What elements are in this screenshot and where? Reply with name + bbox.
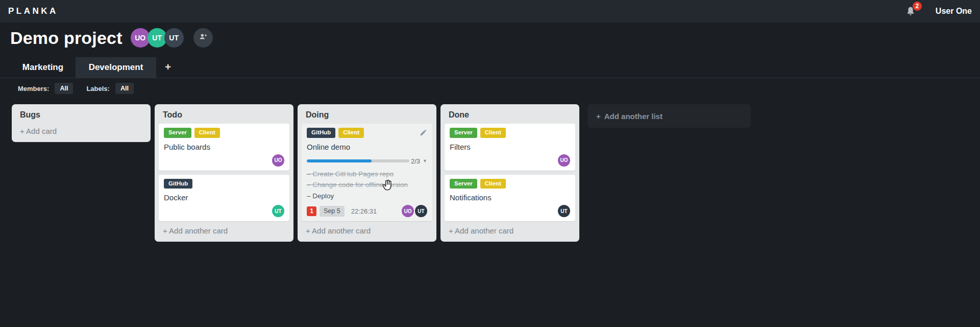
card-labels: ServerClient — [164, 128, 284, 138]
card-label-client: Client — [480, 179, 506, 189]
task-item: – Change code for offline version — [307, 179, 427, 191]
timer-badge: 22:26:31 — [351, 207, 377, 215]
tab-list: MarketingDevelopment — [10, 57, 156, 78]
card-members: UO — [164, 151, 284, 167]
due-date-badge: Sep 5 — [320, 206, 345, 217]
progress-count: 2/3 — [411, 157, 420, 165]
progress-fill — [307, 159, 372, 162]
card[interactable]: ServerClientNotificationsUT — [445, 175, 575, 222]
list-title: Bugs — [12, 104, 151, 123]
project-header: Demo project UOUTUT — [10, 25, 213, 51]
add-board-button[interactable]: + — [156, 57, 180, 78]
list-title: Todo — [155, 104, 293, 123]
card-title: Public boards — [164, 143, 284, 151]
add-list-button[interactable]: +Add another list — [587, 104, 751, 128]
list-done: DoneServerClientFiltersUOServerClientNot… — [440, 104, 579, 242]
board-tabs: MarketingDevelopment + — [0, 57, 980, 78]
card[interactable]: ServerClientFiltersUO — [445, 124, 575, 171]
card[interactable]: ServerClientPublic boardsUO — [159, 124, 289, 171]
list-todo: TodoServerClientPublic boardsUOGitHubDoc… — [155, 104, 293, 242]
task-item: – Create GitHub Pages repo — [307, 169, 427, 180]
members-filter-label: Members: — [18, 85, 49, 92]
card-notification-badge: 1 — [307, 206, 316, 216]
cards-container: ServerClientPublic boardsUOGitHubDockerU… — [155, 123, 293, 221]
members-filter-value[interactable]: All — [55, 83, 73, 94]
card-label-github: GitHub — [164, 179, 192, 189]
card-title: Filters — [450, 143, 570, 151]
add-list-label: Add another list — [604, 112, 663, 121]
card-title: Docker — [164, 193, 284, 202]
card-labels: ServerClient — [450, 128, 570, 138]
list-title: Done — [440, 104, 579, 123]
user-menu[interactable]: User One — [936, 7, 972, 16]
card[interactable]: GitHubClientOnline demo2/3▼– Create GitH… — [302, 124, 432, 221]
card-title: Online demo — [307, 143, 427, 151]
add-member-button[interactable] — [193, 28, 213, 48]
topbar-right: 2 User One — [905, 5, 972, 17]
card-footer: 1Sep 522:26:31UOUT — [307, 205, 427, 217]
cards-container: ServerClientFiltersUOServerClientNotific… — [440, 123, 579, 221]
notifications-button[interactable]: 2 — [905, 5, 917, 17]
card-label-server: Server — [164, 128, 191, 138]
card-label-client: Client — [338, 128, 364, 138]
person-plus-icon — [198, 32, 208, 44]
card-member-avatar: UO — [272, 154, 284, 167]
planka-logo: PLANKA — [8, 6, 58, 16]
labels-filter-value[interactable]: All — [115, 83, 134, 94]
pencil-icon — [420, 129, 427, 138]
card-member-avatar: UO — [402, 205, 414, 217]
card-title: Notifications — [450, 193, 570, 202]
card-members: UOUT — [402, 205, 427, 217]
tab-development[interactable]: Development — [76, 57, 156, 78]
task-list: – Create GitHub Pages repo– Change code … — [307, 169, 427, 202]
card[interactable]: GitHubDockerUT — [159, 175, 289, 222]
card-labels: ServerClient — [450, 179, 570, 189]
chevron-down-icon[interactable]: ▼ — [423, 158, 427, 164]
add-card-button[interactable]: + Add card — [12, 123, 151, 142]
project-member-avatar[interactable]: UO — [131, 28, 150, 48]
card-members: UT — [164, 202, 284, 217]
card-member-avatar: UO — [558, 154, 570, 167]
add-card-button[interactable]: + Add another card — [440, 221, 579, 242]
card-members: UO — [450, 151, 570, 167]
top-bar: PLANKA 2 User One — [0, 0, 980, 22]
list-bugs: Bugs+ Add card — [12, 104, 151, 142]
progress-track — [307, 159, 409, 162]
filter-bar: Members: All Labels: All — [18, 83, 134, 94]
add-card-button[interactable]: + Add another card — [155, 221, 293, 242]
edit-card-button[interactable] — [420, 129, 427, 138]
plus-icon: + — [596, 112, 601, 121]
task-progress: 2/3▼ — [307, 157, 427, 165]
project-members: UOUTUT — [131, 28, 184, 48]
card-label-client: Client — [480, 128, 506, 138]
notification-count-badge: 2 — [913, 2, 922, 11]
card-labels: GitHubClient — [307, 128, 427, 138]
add-card-button[interactable]: + Add another card — [298, 221, 436, 242]
card-label-client: Client — [194, 128, 220, 138]
card-members: UT — [450, 202, 570, 217]
project-member-avatar[interactable]: UT — [148, 28, 167, 48]
card-member-avatar: UT — [558, 205, 570, 217]
card-member-avatar: UT — [415, 205, 427, 217]
board-lists: Bugs+ Add cardTodoServerClientPublic boa… — [12, 104, 751, 242]
list-doing: DoingGitHubClientOnline demo2/3▼– Create… — [298, 104, 436, 242]
task-item: – Deploy — [307, 191, 427, 202]
card-labels: GitHub — [164, 179, 284, 189]
cards-container: GitHubClientOnline demo2/3▼– Create GitH… — [298, 123, 436, 221]
tab-marketing[interactable]: Marketing — [10, 57, 76, 78]
card-label-server: Server — [450, 128, 477, 138]
card-label-server: Server — [450, 179, 477, 189]
page-title: Demo project — [10, 28, 122, 48]
list-title: Doing — [298, 104, 436, 123]
card-label-github: GitHub — [307, 128, 335, 138]
labels-filter-label: Labels: — [86, 85, 110, 92]
project-member-avatar[interactable]: UT — [164, 28, 184, 48]
card-member-avatar: UT — [272, 205, 284, 217]
